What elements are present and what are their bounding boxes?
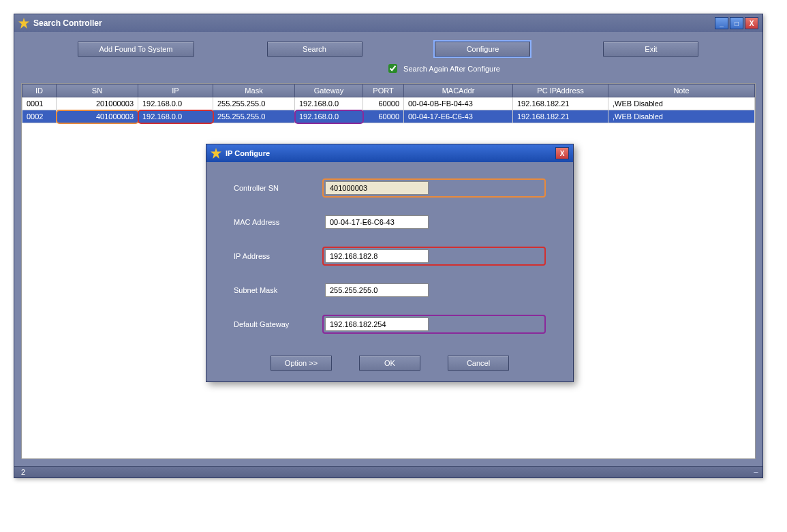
label-mac-address: MAC Address	[234, 218, 322, 226]
label-default-gateway: Default Gateway	[234, 320, 322, 328]
dialog-title: IP Configure	[226, 149, 270, 157]
search-again-checkbox[interactable]	[388, 64, 397, 73]
maximize-button[interactable]: □	[730, 17, 743, 29]
add-found-button[interactable]: Add Found To System	[78, 42, 194, 57]
resize-grip[interactable]: ----	[754, 468, 757, 476]
close-button[interactable]: X	[745, 17, 758, 29]
status-bar: 2 ----	[14, 466, 762, 478]
row-gateway: Default Gateway	[234, 315, 546, 334]
input-subnet-mask[interactable]	[325, 283, 429, 297]
window-title: Search Controller	[33, 18, 102, 28]
configure-button[interactable]: Configure	[435, 42, 530, 57]
cell-gateway: 192.168.0.0	[295, 110, 363, 123]
cell-mac: 00-04-0B-FB-04-43	[404, 97, 513, 110]
cancel-button[interactable]: Cancel	[448, 356, 509, 371]
exit-button[interactable]: Exit	[603, 42, 698, 57]
input-controller-sn[interactable]	[325, 181, 429, 195]
main-window: Search Controller _ □ X Add Found To Sys…	[14, 14, 763, 478]
window-controls: _ □ X	[715, 17, 758, 29]
label-controller-sn: Controller SN	[234, 184, 322, 192]
ip-configure-dialog: IP Configure X Controller SN MAC Address	[206, 144, 574, 382]
dialog-titlebar[interactable]: IP Configure X	[206, 144, 573, 162]
row-mask: Subnet Mask	[234, 281, 546, 300]
input-default-gateway[interactable]	[325, 317, 429, 331]
cell-pcip: 192.168.182.21	[513, 110, 608, 123]
label-subnet-mask: Subnet Mask	[234, 286, 322, 294]
toolbar: Add Found To System Search Configure Exi…	[14, 32, 762, 59]
search-again-label: Search Again After Configure	[403, 65, 500, 73]
app-icon	[18, 18, 29, 29]
cell-note: ,WEB Disabled	[608, 97, 755, 110]
table-row[interactable]: 0002 401000003 192.168.0.0 255.255.255.0…	[22, 110, 755, 123]
cell-sn: 201000003	[57, 97, 138, 110]
col-note[interactable]: Note	[608, 84, 755, 97]
table-row[interactable]: 0001 201000003 192.168.0.0 255.255.255.0…	[22, 97, 755, 110]
col-ip[interactable]: IP	[138, 84, 213, 97]
dialog-close-button[interactable]: X	[555, 147, 569, 159]
cell-port: 60000	[363, 97, 404, 110]
cell-sn: 401000003	[57, 110, 138, 123]
dialog-body: Controller SN MAC Address IP Address	[206, 162, 573, 381]
col-port[interactable]: PORT	[363, 84, 404, 97]
cell-mask: 255.255.255.0	[213, 97, 295, 110]
col-gateway[interactable]: Gateway	[295, 84, 363, 97]
minimize-button[interactable]: _	[715, 17, 728, 29]
option-button[interactable]: Option >>	[271, 356, 332, 371]
app-icon	[211, 148, 221, 159]
row-sn: Controller SN	[234, 178, 546, 198]
search-button[interactable]: Search	[267, 42, 362, 57]
search-again-row: Search Again After Configure	[123, 59, 762, 78]
label-ip-address: IP Address	[234, 252, 322, 260]
cell-mac: 00-04-17-E6-C6-43	[404, 110, 513, 123]
cell-id: 0002	[22, 110, 57, 123]
results-table-container: ID SN IP Mask Gateway PORT MACAddr PC IP…	[21, 83, 756, 459]
col-mac[interactable]: MACAddr	[404, 84, 513, 97]
table-header-row: ID SN IP Mask Gateway PORT MACAddr PC IP…	[22, 84, 755, 97]
col-id[interactable]: ID	[22, 84, 57, 97]
cell-ip: 192.168.0.0	[138, 97, 213, 110]
ok-button[interactable]: OK	[359, 356, 420, 371]
cell-port: 60000	[363, 110, 404, 123]
results-table: ID SN IP Mask Gateway PORT MACAddr PC IP…	[22, 84, 755, 123]
input-ip-address[interactable]	[325, 249, 429, 263]
row-mac: MAC Address	[234, 213, 546, 232]
col-sn[interactable]: SN	[57, 84, 138, 97]
cell-ip: 192.168.0.0	[138, 110, 213, 123]
cell-note: ,WEB Disabled	[608, 110, 755, 123]
dialog-button-row: Option >> OK Cancel	[234, 349, 546, 371]
row-ip: IP Address	[234, 247, 546, 266]
window-titlebar[interactable]: Search Controller _ □ X	[14, 14, 762, 32]
col-pcip[interactable]: PC IPAddress	[513, 84, 608, 97]
cell-pcip: 192.168.182.21	[513, 97, 608, 110]
cell-gateway: 192.168.0.0	[295, 97, 363, 110]
cell-mask: 255.255.255.0	[213, 110, 295, 123]
col-mask[interactable]: Mask	[213, 84, 295, 97]
cell-id: 0001	[22, 97, 57, 110]
status-count: 2	[21, 468, 25, 476]
input-mac-address[interactable]	[325, 215, 429, 229]
